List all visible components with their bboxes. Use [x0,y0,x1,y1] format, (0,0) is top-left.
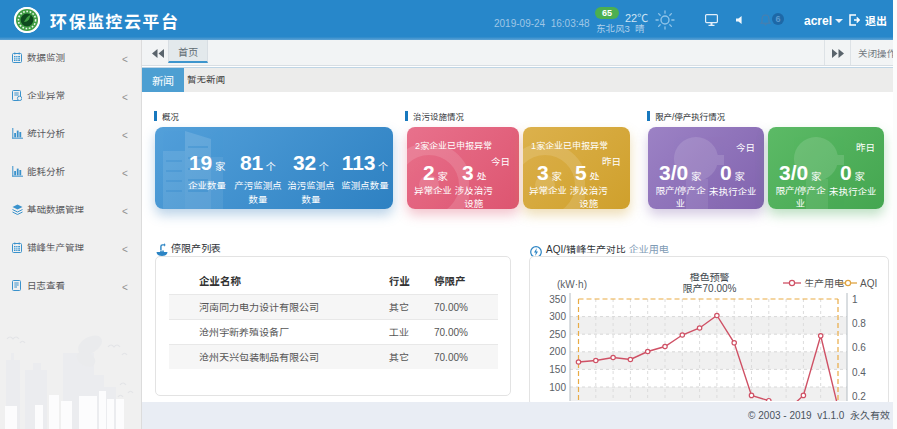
svg-text:生产用电: 生产用电 [804,275,844,290]
svg-text:0.8: 0.8 [852,315,866,330]
svg-text:250: 250 [549,326,566,341]
svg-text:AQI: AQI [860,275,877,290]
svg-text:150: 150 [549,361,566,376]
svg-text:1: 1 [852,291,858,306]
svg-text:0.2: 0.2 [852,388,866,401]
svg-text:0.4: 0.4 [852,364,866,379]
svg-text:限产70.00%: 限产70.00% [683,280,737,295]
svg-text:100: 100 [549,379,566,394]
svg-text:(kW·h): (kW·h) [557,276,587,291]
svg-text:300: 300 [549,308,566,323]
svg-text:0.6: 0.6 [852,339,866,354]
svg-text:350: 350 [549,291,566,306]
svg-text:200: 200 [549,343,566,358]
